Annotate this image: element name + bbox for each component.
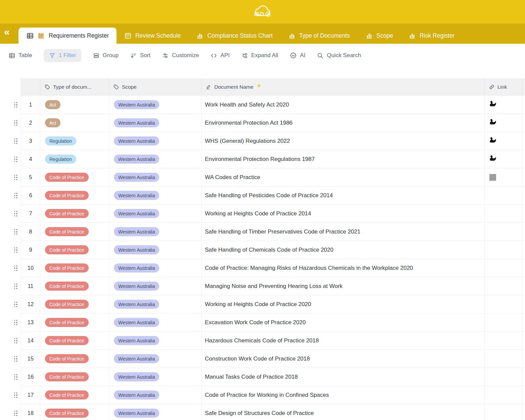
document-name-cell[interactable]: Environmental Protection Act 1986 <box>202 114 485 132</box>
type-of-document-cell[interactable]: Code of Practice <box>40 386 109 404</box>
type-of-document-cell[interactable]: Code of Practice <box>40 350 109 368</box>
type-of-document-cell[interactable]: Act <box>40 114 109 132</box>
type-of-document-cell[interactable]: Code of Practice <box>40 404 109 420</box>
scope-cell[interactable]: Western Australia <box>109 205 202 223</box>
type-of-document-cell[interactable]: Code of Practice <box>40 205 109 223</box>
row-number-cell[interactable]: 7 <box>21 205 40 223</box>
link-cell[interactable] <box>485 386 522 404</box>
document-name-cell[interactable]: Safe Handling of Pesticides Code of Prac… <box>202 186 485 205</box>
scope-cell[interactable]: Western Australia <box>109 277 202 295</box>
type-of-document-cell[interactable]: Code of Practice <box>40 186 109 205</box>
scope-cell[interactable]: Western Australia <box>109 259 202 277</box>
document-name-cell[interactable]: Safe Handling of Chemicals Code of Pract… <box>202 241 485 259</box>
link-cell[interactable] <box>485 313 522 332</box>
drag-handle[interactable] <box>14 229 18 235</box>
view-tab-scope[interactable]: Scope <box>358 28 401 44</box>
scope-cell[interactable]: Western Australia <box>109 404 202 420</box>
row-number-cell[interactable]: 18 <box>21 404 40 420</box>
collapse-sidebar-button[interactable]: « <box>4 26 9 38</box>
sort-button[interactable]: Sort <box>130 52 150 59</box>
link-cell[interactable] <box>485 132 522 150</box>
view-tab-risk-register[interactable]: Risk Register <box>401 28 462 44</box>
view-tab-type-of-documents[interactable]: Type of Documents <box>280 28 358 44</box>
type-of-document-cell[interactable]: Code of Practice <box>40 277 109 295</box>
document-name-cell[interactable]: Hazardous Chemicals Code of Practice 201… <box>202 332 485 350</box>
link-cell[interactable] <box>485 114 522 132</box>
scope-cell[interactable]: Western Australia <box>109 386 202 404</box>
link-cell[interactable] <box>485 150 522 168</box>
drag-handle[interactable] <box>14 211 18 217</box>
scope-cell[interactable]: Western Australia <box>109 332 202 350</box>
drag-handle[interactable] <box>14 157 18 162</box>
column-header-document-name[interactable]: Document Name ★ <box>202 78 485 96</box>
type-of-document-cell[interactable]: Code of Practice <box>40 313 109 332</box>
scope-cell[interactable]: Western Australia <box>109 368 202 386</box>
document-name-cell[interactable]: Code of Practice: Managing Risks of Haza… <box>202 259 485 277</box>
row-number-cell[interactable]: 13 <box>21 313 40 332</box>
drag-handle[interactable] <box>14 392 18 398</box>
drag-handle[interactable] <box>14 102 18 108</box>
drag-handle[interactable] <box>14 120 18 126</box>
type-of-document-cell[interactable]: Code of Practice <box>40 259 109 277</box>
row-number-cell[interactable]: 17 <box>21 386 40 404</box>
link-cell[interactable] <box>485 295 522 313</box>
link-cell[interactable] <box>485 168 522 186</box>
table-view-button[interactable]: Table <box>8 52 32 59</box>
document-name-cell[interactable]: Safe Handling of Timber Preservatives Co… <box>202 223 485 241</box>
scope-cell[interactable]: Western Australia <box>109 241 202 259</box>
ai-button[interactable]: AI AI <box>290 52 305 59</box>
link-cell[interactable] <box>485 241 522 259</box>
drag-handle[interactable] <box>14 356 18 362</box>
scope-cell[interactable]: Western Australia <box>109 350 202 368</box>
type-of-document-cell[interactable]: Regulation <box>40 150 109 168</box>
scope-cell[interactable]: Western Australia <box>109 168 202 186</box>
row-number-cell[interactable]: 15 <box>21 350 40 368</box>
drag-handle[interactable] <box>14 411 18 416</box>
document-name-cell[interactable]: Environmental Protection Regulations 198… <box>202 150 485 168</box>
row-number-cell[interactable]: 2 <box>21 114 40 132</box>
quick-search-button[interactable]: Quick Search <box>317 52 361 59</box>
scope-cell[interactable]: Western Australia <box>109 223 202 241</box>
row-number-cell[interactable]: 3 <box>21 132 40 150</box>
row-number-cell[interactable]: 10 <box>21 259 40 277</box>
type-of-document-cell[interactable]: Code of Practice <box>40 168 109 186</box>
type-of-document-cell[interactable]: Act <box>40 96 109 114</box>
column-header-type-of-document[interactable]: Type of docum... <box>40 78 109 96</box>
drag-handle[interactable] <box>14 320 18 326</box>
document-name-cell[interactable]: Manual Tasks Code of Practice 2018 <box>202 368 485 386</box>
link-cell[interactable] <box>485 404 522 420</box>
filter-button[interactable]: 1 Filter <box>44 49 81 62</box>
row-number-header[interactable] <box>21 78 40 96</box>
type-of-document-cell[interactable]: Regulation <box>40 132 109 150</box>
type-of-document-cell[interactable]: Code of Practice <box>40 241 109 259</box>
link-cell[interactable] <box>485 332 522 350</box>
api-button[interactable]: API <box>210 52 229 59</box>
view-tab-compliance-status-chart[interactable]: Compliance Status Chart <box>188 28 280 44</box>
link-cell[interactable] <box>485 205 522 223</box>
group-button[interactable]: Group <box>93 52 119 59</box>
drag-handle[interactable] <box>14 284 18 289</box>
type-of-document-cell[interactable]: Code of Practice <box>40 223 109 241</box>
document-name-cell[interactable]: Code of Practice for Working in Confined… <box>202 386 485 404</box>
scope-cell[interactable]: Western Australia <box>109 132 202 150</box>
document-name-cell[interactable]: Safe Design of Structures Code of Practi… <box>202 404 485 420</box>
drag-handle[interactable] <box>14 265 18 271</box>
drag-handle[interactable] <box>14 302 18 307</box>
document-name-cell[interactable]: Working at Heights Code of Practice 2020 <box>202 295 485 313</box>
row-number-cell[interactable]: 12 <box>21 295 40 313</box>
link-cell[interactable] <box>485 259 522 277</box>
type-of-document-cell[interactable]: Code of Practice <box>40 295 109 313</box>
type-of-document-cell[interactable]: Code of Practice <box>40 332 109 350</box>
row-number-cell[interactable]: 5 <box>21 168 40 186</box>
scope-cell[interactable]: Western Australia <box>109 295 202 313</box>
row-number-cell[interactable]: 4 <box>21 150 40 168</box>
scope-cell[interactable]: Western Australia <box>109 313 202 332</box>
row-number-cell[interactable]: 16 <box>21 368 40 386</box>
type-of-document-cell[interactable]: Code of Practice <box>40 368 109 386</box>
document-name-cell[interactable]: WHS (General) Regulations 2022 <box>202 132 485 150</box>
scope-cell[interactable]: Western Australia <box>109 150 202 168</box>
row-number-cell[interactable]: 1 <box>21 96 40 114</box>
scope-cell[interactable]: Western Australia <box>109 114 202 132</box>
row-number-cell[interactable]: 6 <box>21 186 40 205</box>
document-name-cell[interactable]: Excavation Work Code of Practice 2020 <box>202 313 485 332</box>
